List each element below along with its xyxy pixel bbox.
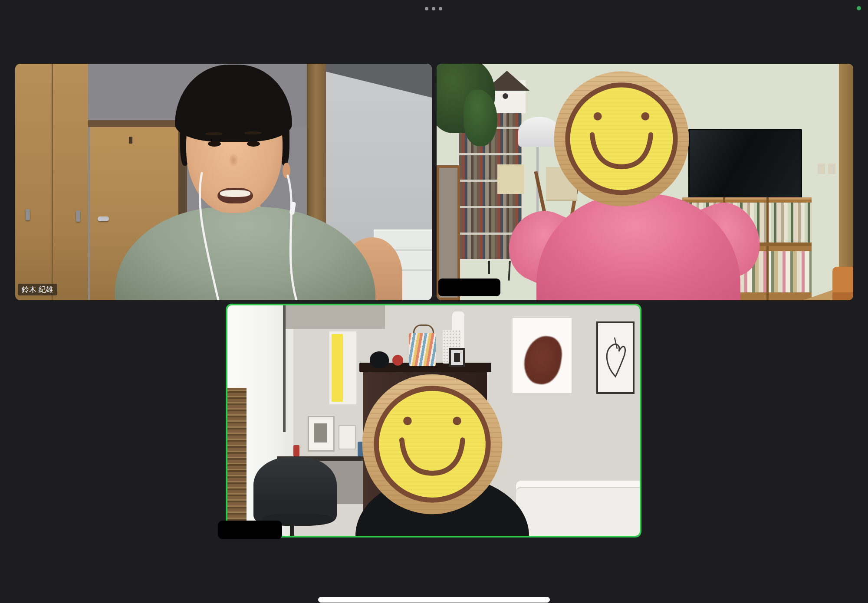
wooden-blind <box>227 388 247 536</box>
ellipsis-dot-icon <box>439 7 442 10</box>
video-tile-top-right[interactable] <box>437 64 853 300</box>
tv-screen <box>688 129 802 200</box>
red-ball <box>392 355 403 366</box>
stand-divider <box>766 197 769 300</box>
face-sticker-smiley <box>362 374 503 515</box>
office-chair-pole <box>290 522 294 536</box>
multitask-menu-dots[interactable] <box>425 7 442 10</box>
light-switch <box>818 164 825 174</box>
video-tile-suzuki[interactable]: 鈴木 紀雄 <box>15 64 432 300</box>
home-indicator[interactable] <box>318 597 550 603</box>
redacted-name-badge <box>438 279 500 296</box>
ceiling-strip <box>285 305 385 329</box>
frame-photo <box>314 423 327 442</box>
window-frame-line <box>283 305 286 432</box>
small-frame <box>339 425 356 449</box>
bed <box>516 481 640 536</box>
ellipsis-dot-icon <box>425 7 428 10</box>
orange-chair <box>832 267 853 300</box>
wood-pillar <box>839 64 853 300</box>
ellipsis-dot-icon <box>432 7 435 10</box>
video-tile-bottom-active[interactable] <box>226 304 641 537</box>
line-art-heart <box>602 331 629 383</box>
striped-bag <box>409 333 436 366</box>
participant-name: 鈴木 紀雄 <box>22 285 53 294</box>
small-dark-frame <box>449 348 465 367</box>
kettle <box>370 351 389 368</box>
birdhouse-hole <box>503 93 508 99</box>
redacted-name-badge <box>218 521 282 539</box>
light-switch <box>828 164 835 174</box>
earphone-wires <box>15 64 432 300</box>
camera-active-dot-icon <box>857 6 861 10</box>
art-yellow-stripe <box>332 334 343 402</box>
paper-pad <box>497 164 524 194</box>
participant-name-badge: 鈴木 紀雄 <box>18 284 57 295</box>
video-call-screen: 鈴木 紀雄 <box>0 0 868 603</box>
face-sticker-smiley <box>553 71 690 207</box>
desk-item-red <box>293 445 299 456</box>
